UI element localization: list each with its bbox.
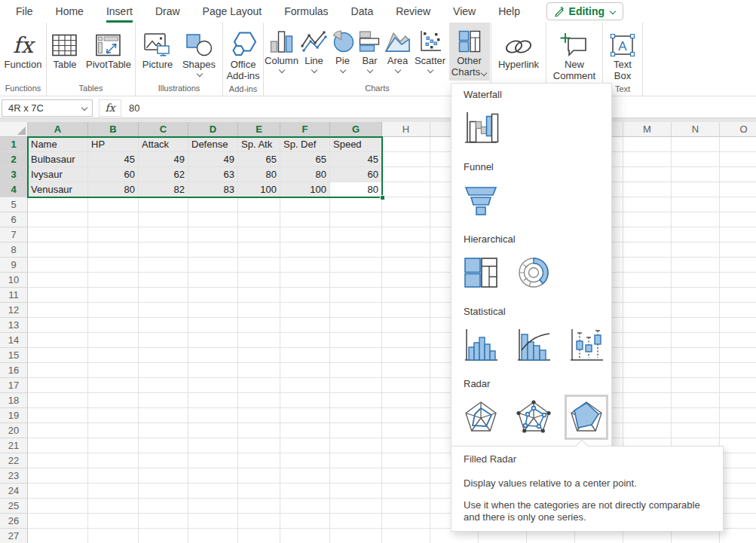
cell-N1[interactable] (672, 137, 720, 152)
cell-M7[interactable] (623, 227, 672, 243)
column-header-F[interactable]: F (280, 122, 330, 137)
cell-G10[interactable] (330, 273, 382, 288)
cell-D3[interactable]: 63 (188, 167, 238, 182)
cell-F6[interactable] (280, 212, 330, 227)
cell-H23[interactable] (382, 468, 430, 484)
cell-E1[interactable]: Sp. Atk (238, 137, 280, 152)
cell-C16[interactable] (139, 363, 188, 378)
cell-H27[interactable] (382, 529, 430, 543)
cell-G6[interactable] (330, 212, 382, 227)
cell-H5[interactable] (382, 197, 430, 212)
cell-O12[interactable] (720, 303, 756, 318)
cell-H3[interactable] (382, 167, 430, 182)
cell-G25[interactable] (330, 499, 382, 514)
cell-N14[interactable] (672, 333, 720, 348)
pivottable-button[interactable]: PivotTable (83, 23, 134, 81)
cell-E3[interactable]: 80 (238, 167, 280, 182)
cell-O10[interactable] (720, 273, 756, 288)
cell-N12[interactable] (672, 303, 720, 318)
cell-D2[interactable]: 49 (188, 152, 238, 167)
cell-E19[interactable] (238, 408, 280, 423)
column-header-G[interactable]: G (330, 122, 382, 137)
cell-E24[interactable] (238, 484, 280, 499)
cell-C18[interactable] (139, 393, 188, 408)
cell-C3[interactable]: 62 (139, 167, 188, 182)
cell-N5[interactable] (672, 197, 720, 212)
cell-N15[interactable] (672, 348, 720, 363)
cell-A17[interactable] (28, 378, 88, 393)
chart-type-filled-radar[interactable] (565, 395, 608, 440)
cell-E12[interactable] (238, 303, 280, 318)
cell-D11[interactable] (188, 288, 238, 303)
tab-home[interactable]: Home (44, 0, 95, 23)
cell-A10[interactable] (28, 273, 88, 288)
cell-D10[interactable] (188, 273, 238, 288)
shapes-button[interactable]: Shapes (178, 23, 220, 81)
cell-B11[interactable] (88, 288, 139, 303)
cell-E10[interactable] (238, 273, 280, 288)
cell-F15[interactable] (280, 348, 330, 363)
cell-C17[interactable] (139, 378, 188, 393)
cell-G15[interactable] (330, 348, 382, 363)
cell-H11[interactable] (382, 288, 430, 303)
cell-E17[interactable] (238, 378, 280, 393)
fx-button[interactable]: fx (99, 99, 121, 117)
cell-E13[interactable] (238, 318, 280, 333)
row-header-9[interactable]: 9 (0, 258, 28, 273)
chart-type-funnel[interactable] (459, 178, 503, 223)
cell-D22[interactable] (188, 453, 238, 468)
row-header-13[interactable]: 13 (0, 318, 28, 333)
cell-H1[interactable] (382, 137, 430, 152)
cell-H22[interactable] (382, 453, 430, 468)
row-header-8[interactable]: 8 (0, 243, 28, 258)
cell-E11[interactable] (238, 288, 280, 303)
cell-N16[interactable] (672, 363, 720, 378)
cell-M8[interactable] (623, 243, 672, 258)
row-header-17[interactable]: 17 (0, 378, 28, 393)
cell-E23[interactable] (238, 468, 280, 484)
cell-C8[interactable] (139, 243, 188, 258)
cell-O22[interactable] (720, 453, 756, 468)
row-header-14[interactable]: 14 (0, 333, 28, 348)
row-header-21[interactable]: 21 (0, 438, 28, 453)
cell-F12[interactable] (280, 303, 330, 318)
cell-G3[interactable]: 60 (330, 167, 382, 182)
cell-C14[interactable] (139, 333, 188, 348)
cell-B19[interactable] (88, 408, 139, 423)
cell-O19[interactable] (720, 408, 756, 423)
cell-O8[interactable] (720, 243, 756, 258)
cell-N11[interactable] (672, 288, 720, 303)
tab-help[interactable]: Help (487, 0, 531, 23)
cell-G23[interactable] (330, 468, 382, 484)
cell-A2[interactable]: Bulbasaur (28, 152, 88, 167)
cell-O26[interactable] (720, 514, 756, 529)
cell-F21[interactable] (280, 438, 330, 453)
cell-N7[interactable] (672, 227, 720, 243)
cell-D15[interactable] (188, 348, 238, 363)
cell-B23[interactable] (88, 468, 139, 484)
cell-E21[interactable] (238, 438, 280, 453)
cell-O23[interactable] (720, 468, 756, 484)
cell-B5[interactable] (88, 197, 139, 212)
area-chart-button[interactable]: Area (384, 23, 412, 81)
cell-F26[interactable] (280, 514, 330, 529)
cell-O4[interactable] (720, 182, 756, 197)
cell-N4[interactable] (672, 182, 720, 197)
cell-O15[interactable] (720, 348, 756, 363)
cell-H21[interactable] (382, 438, 430, 453)
cell-O21[interactable] (720, 438, 756, 453)
cell-E2[interactable]: 65 (238, 152, 280, 167)
cell-E20[interactable] (238, 423, 280, 438)
chart-type-waterfall[interactable] (459, 105, 503, 151)
column-header-O[interactable]: O (720, 122, 756, 137)
cell-O14[interactable] (720, 333, 756, 348)
cell-F17[interactable] (280, 378, 330, 393)
row-header-18[interactable]: 18 (0, 393, 28, 408)
cell-B14[interactable] (88, 333, 139, 348)
cell-M12[interactable] (623, 303, 672, 318)
cell-D17[interactable] (188, 378, 238, 393)
cell-C20[interactable] (139, 423, 188, 438)
cell-D25[interactable] (188, 499, 238, 514)
column-header-B[interactable]: B (88, 122, 139, 137)
cell-A7[interactable] (28, 227, 88, 243)
